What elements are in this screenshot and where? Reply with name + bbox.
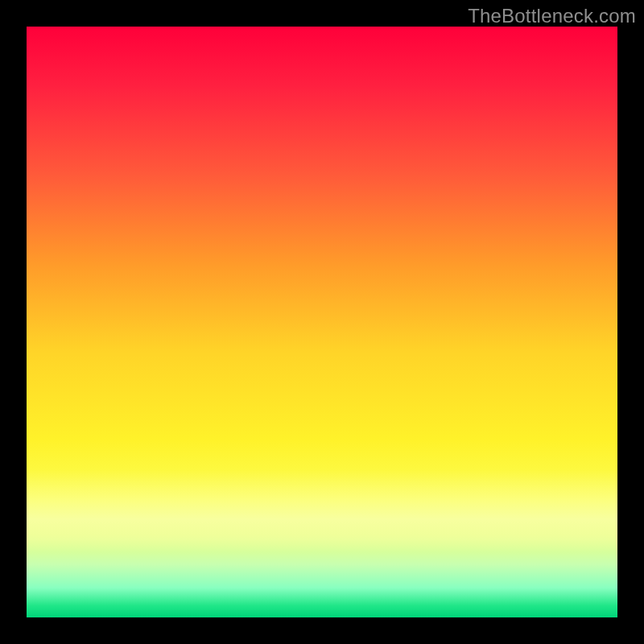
- watermark-text: TheBottleneck.com: [468, 5, 636, 27]
- chart-frame: TheBottleneck.com: [0, 0, 644, 644]
- plot-area: [27, 27, 617, 617]
- pale-band: [27, 470, 617, 553]
